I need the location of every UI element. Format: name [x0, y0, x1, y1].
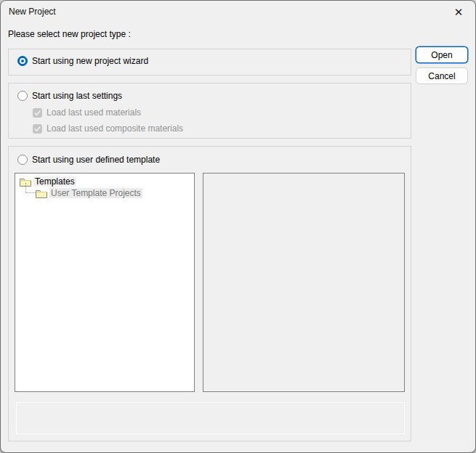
new-project-dialog: New Project ✕ Please select new project … — [0, 0, 476, 453]
folder-icon — [36, 189, 47, 198]
tree-item-user-template-projects[interactable]: User Template Projects — [36, 187, 142, 199]
radio-option-wizard-label: Start using new project wizard — [32, 56, 148, 66]
prompt-label: Please select new project type : — [8, 29, 131, 39]
radio-unselected-icon[interactable] — [17, 91, 28, 101]
tree-item-templates-label[interactable]: Templates — [33, 176, 76, 187]
checkbox-load-last-materials: Load last used materials — [33, 107, 141, 118]
wizard-option-group: Start using new project wizard — [8, 49, 411, 76]
close-icon: ✕ — [454, 7, 464, 17]
template-description-box — [16, 402, 405, 434]
checkbox-checked-icon — [33, 108, 42, 118]
title-bar[interactable]: New Project ✕ — [1, 1, 475, 24]
tree-branch-line — [25, 183, 36, 193]
radio-option-last-settings[interactable]: Start using last settings — [17, 91, 122, 101]
checkbox-checked-icon — [33, 124, 42, 134]
checkbox-load-last-composite-materials-label: Load last used composite materials — [47, 123, 183, 134]
radio-option-user-template-label: Start using user defined template — [32, 155, 160, 165]
cancel-button[interactable]: Cancel — [416, 68, 468, 84]
open-button[interactable]: Open — [416, 46, 468, 63]
radio-selected-icon[interactable] — [17, 56, 28, 66]
check-mark-icon — [33, 109, 41, 117]
radio-option-wizard[interactable]: Start using new project wizard — [17, 56, 148, 66]
template-preview-panel — [203, 173, 405, 392]
radio-option-user-template[interactable]: Start using user defined template — [17, 155, 160, 165]
tree-item-user-template-projects-label[interactable]: User Template Projects — [49, 188, 142, 198]
check-mark-icon — [33, 125, 41, 133]
radio-option-last-settings-label: Start using last settings — [32, 91, 122, 101]
user-template-option-group: Start using user defined template Templa… — [8, 146, 411, 441]
close-button[interactable]: ✕ — [442, 1, 475, 23]
window-title: New Project — [9, 7, 56, 17]
radio-unselected-icon[interactable] — [17, 155, 28, 165]
checkbox-load-last-composite-materials: Load last used composite materials — [33, 123, 183, 134]
template-tree[interactable]: Templates User Template Projects — [15, 173, 195, 392]
last-settings-option-group: Start using last settings Load last used… — [8, 83, 411, 139]
checkbox-load-last-materials-label: Load last used materials — [47, 107, 141, 118]
